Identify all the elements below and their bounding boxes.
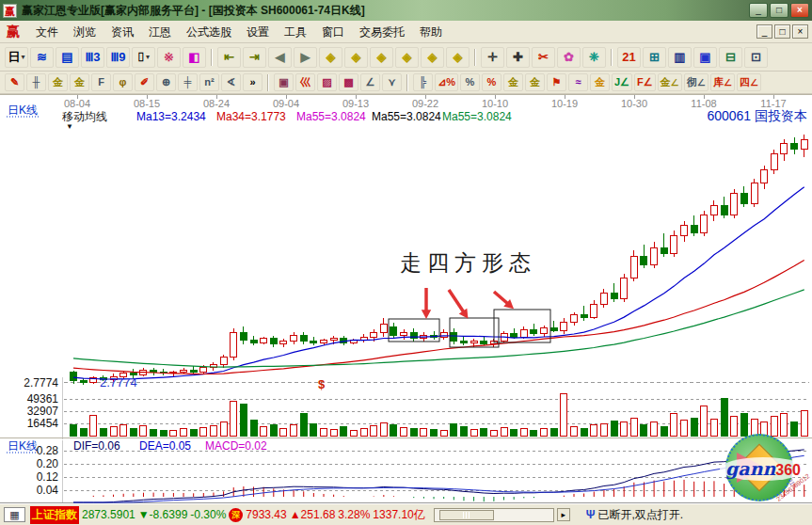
connection-icon[interactable]: Ψ <box>586 508 596 521</box>
gold-price-grid-button[interactable]: 金 <box>70 73 89 91</box>
percent-line-button[interactable]: % <box>482 73 502 91</box>
gold-channel-button[interactable]: 金 <box>590 73 610 91</box>
menu-tools[interactable]: 工具 <box>277 23 314 41</box>
mark-pen-button[interactable]: ✐ <box>135 73 154 91</box>
menu-file[interactable]: 文件 <box>28 23 66 41</box>
eraser-button[interactable]: ✂ <box>532 47 555 68</box>
gann-diamond-in-button[interactable]: ◈ <box>421 47 444 68</box>
gann-diamond-star-button[interactable]: ◈ <box>395 47 419 68</box>
more-button[interactable]: » <box>243 73 263 91</box>
connection-status[interactable]: 已断开,双点打开. <box>597 507 683 523</box>
prev-bar-button[interactable]: ◀ <box>268 47 292 68</box>
angle-mirror-button[interactable]: ∢ <box>221 73 241 91</box>
toolbar-gann-tools: ✎╫金金Fφ✐⊕╪n²∢»▣巛▨▩∠⋎╠⊿%%%金金⚑≈金J∠F∠金∠彻∠库∠四… <box>0 72 812 94</box>
menu-help[interactable]: 帮助 <box>412 23 450 41</box>
mdi-minimize-button[interactable]: _ <box>756 24 772 39</box>
gann360-logo: 9012345678901 23456789012 gann360 <box>723 434 812 504</box>
angle-line-button[interactable]: ∠ <box>360 73 380 91</box>
n-square-button[interactable]: n² <box>199 73 219 91</box>
retrace-pct-button[interactable]: ⊿% <box>435 73 458 91</box>
net-send-button[interactable]: ⊟ <box>719 47 742 68</box>
pattern-tool-button[interactable]: ※ <box>157 47 181 68</box>
gold-angle-button[interactable]: 金∠ <box>658 73 682 91</box>
gann-fan-button[interactable]: 巛 <box>295 73 315 91</box>
calendar-21-button[interactable]: 21 <box>617 47 641 68</box>
date-tick-label: 09-22 <box>412 98 438 109</box>
first-page-button[interactable]: ⇤ <box>217 47 241 68</box>
restore-button[interactable]: □ <box>770 3 788 18</box>
scroll-right-button[interactable]: ▸ <box>557 508 570 521</box>
flower-tool-icon: ✿ <box>564 51 574 63</box>
fib-grid-button[interactable]: F <box>91 73 111 91</box>
sz-index-badge[interactable]: 深 <box>229 508 243 522</box>
che-angle-button[interactable]: 彻∠ <box>684 73 709 91</box>
save-button[interactable]: ▣ <box>693 47 717 68</box>
panel-label-kline[interactable]: 日K线 <box>8 103 38 117</box>
si-angle-button[interactable]: 四∠ <box>737 73 761 91</box>
menu-browse[interactable]: 浏览 <box>66 23 103 41</box>
calculator-button[interactable]: ⊞ <box>643 47 666 68</box>
price-ladder-button[interactable]: ╠ <box>413 73 433 91</box>
menu-settings[interactable]: 设置 <box>239 23 277 41</box>
pattern-tool-icon: ※ <box>164 51 174 63</box>
ku-angle-button[interactable]: 库∠ <box>710 73 735 91</box>
notes-button[interactable]: ▥ <box>668 47 692 68</box>
draw-pen-button[interactable]: ✎ <box>5 73 24 91</box>
flower-tool-button[interactable]: ✿ <box>557 47 581 68</box>
ma-indicator-title[interactable]: 移动均线 <box>62 110 107 123</box>
menu-formula-stock-pick[interactable]: 公式选股 <box>179 23 239 41</box>
volume-axis-label: 49361 <box>27 392 59 406</box>
scrollbar-thumb[interactable] <box>439 510 494 520</box>
mdi-restore-button[interactable]: □ <box>774 24 790 39</box>
bars-3min-button[interactable]: Ⅲ3 <box>81 47 104 68</box>
subpanel-label-kline[interactable]: 日K线 <box>8 439 38 453</box>
f-angle-button[interactable]: F∠ <box>634 73 656 91</box>
chart-gridlines <box>0 95 812 503</box>
candle-style-button[interactable]: ⌷▾ <box>132 47 155 68</box>
gann-net-button[interactable]: ▩ <box>339 73 358 91</box>
trend-zigzag-button[interactable]: ≋ <box>30 47 54 68</box>
kline-period-button[interactable]: 日▾ <box>5 47 28 68</box>
time-grid-button[interactable]: ╫ <box>26 73 46 91</box>
menu-trade-order[interactable]: 交易委托 <box>352 23 412 41</box>
wave-band-button[interactable]: ≈ <box>568 73 588 91</box>
gold-circle-button[interactable]: 金 <box>503 73 523 91</box>
v-line-button[interactable]: ⋎ <box>382 73 402 91</box>
gann-grid-box-button[interactable]: ▨ <box>317 73 337 91</box>
menu-gann[interactable]: 江恩 <box>141 23 179 41</box>
gann-diamond-out-button[interactable]: ◈ <box>446 47 470 68</box>
ruler-button[interactable]: ╪ <box>178 73 198 91</box>
menu-window[interactable]: 窗口 <box>314 23 352 41</box>
gann-diamond-right-button[interactable]: ◈ <box>344 47 368 68</box>
last-page-button[interactable]: ⇥ <box>243 47 266 68</box>
eraser-icon: ✂ <box>538 51 549 63</box>
close-button[interactable]: × <box>790 3 809 18</box>
menu-news[interactable]: 资讯 <box>103 23 141 41</box>
ruler-icon: ╪ <box>184 77 192 88</box>
leaf-tool-button[interactable]: ❈ <box>582 47 606 68</box>
volume-profile-button[interactable]: ◧ <box>183 47 206 68</box>
info-panel-button[interactable]: ▤ <box>56 47 79 68</box>
gold-section-button[interactable]: 金 <box>525 73 545 91</box>
pan-hand-button[interactable]: ✛ <box>481 47 504 68</box>
keyboard-icon[interactable]: ▦ <box>4 507 25 522</box>
j-angle-button[interactable]: J∠ <box>612 73 632 91</box>
gold-time-grid-button[interactable]: 金 <box>48 73 68 91</box>
remote-pc-button[interactable]: ⊡ <box>744 47 768 68</box>
flag-mark-button[interactable]: ⚑ <box>547 73 566 91</box>
spiral-button[interactable]: φ <box>113 73 133 91</box>
sh-index-label[interactable]: 上证指数 <box>30 506 79 524</box>
next-bar-button[interactable]: ▶ <box>294 47 317 68</box>
minimize-button[interactable]: _ <box>749 3 768 18</box>
mdi-close-button[interactable]: × <box>792 24 808 39</box>
horizontal-scrollbar[interactable] <box>434 508 554 522</box>
crosshair-button[interactable]: ✚ <box>506 47 530 68</box>
kline-chart-canvas[interactable]: 日K线 移动均线 ▼ 600061 国投资本 走四方形态 2.7774 2.77… <box>0 95 812 503</box>
percent-button[interactable]: % <box>460 73 480 91</box>
cycle-circle-button[interactable]: ⊕ <box>156 73 176 91</box>
gann-diamond-both-button[interactable]: ◈ <box>370 47 393 68</box>
gann-diamond-left-button[interactable]: ◈ <box>319 47 342 68</box>
title-bar[interactable]: 赢 赢家江恩专业版[赢家内部服务平台] - [国投资本 SH600061-74日… <box>0 0 812 21</box>
bars-9min-button[interactable]: Ⅲ9 <box>106 47 130 68</box>
gann-box-button[interactable]: ▣ <box>274 73 294 91</box>
